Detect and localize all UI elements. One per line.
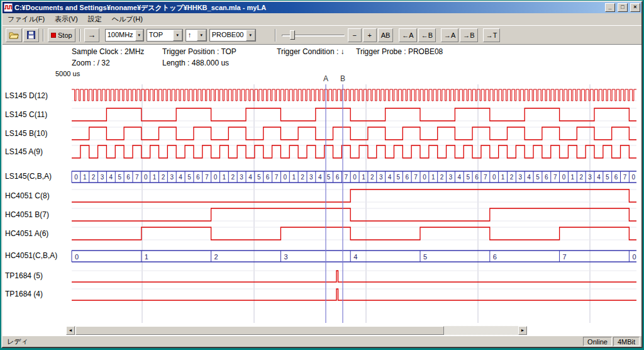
wave-trace [72,227,636,240]
bus-value: 2 [162,174,165,181]
horizontal-scrollbar[interactable]: ◄ ► [66,326,527,335]
wave-trace [72,127,636,140]
scroll-thumb[interactable] [75,326,444,335]
bus-value: 2 [440,174,444,181]
bus-value: 0 [74,174,78,181]
bus-value: 4 [458,174,462,181]
bus-value: 5 [536,174,540,181]
trigger-edge-combo[interactable]: ↑ ▼ [186,29,207,42]
goto-a-left-button[interactable]: ←A [399,28,416,42]
trigger-position-value: TOP [147,30,173,41]
wave-trace [72,271,636,282]
bus-value: 7 [623,174,627,181]
save-button[interactable] [23,28,39,42]
zoom-info: Zoom : / 32 [72,59,110,67]
menu-help[interactable]: ヘルプ(H) [107,13,148,25]
bus-value: 3 [309,174,313,181]
bus-value: 0 [75,253,79,261]
menu-settings[interactable]: 設定 [83,13,107,25]
bus-value: 7 [563,253,567,261]
bus-value: 6 [126,174,130,181]
bus-value: 1 [223,174,226,181]
save-floppy-icon [27,31,35,39]
stop-button[interactable]: Stop [48,28,75,42]
trigger-position-combo[interactable]: TOP ▼ [147,29,183,42]
bus-value: 5 [327,174,331,181]
close-button[interactable]: × [630,3,640,12]
trigger-edge-value: ↑ [186,30,197,41]
sample-clock-value: 100MHz [106,30,135,41]
zoom-out-button[interactable]: − [348,28,362,42]
bus-value: 5 [257,174,261,181]
goto-b-right-button[interactable]: →B [460,28,477,42]
sample-clock-info: Sample Clock : 2MHz [72,47,144,56]
bus-value: 7 [484,174,487,181]
wave-trace [72,208,636,221]
menubar: ファイル(F) 表示(V) 設定 ヘルプ(H) [3,13,641,25]
zoom-slider[interactable] [282,29,345,42]
bus-value: 1 [83,174,87,181]
zoom-slider-handle[interactable] [290,30,295,40]
bus-value: 7 [414,174,418,181]
run-button[interactable]: → [84,28,99,42]
menu-view[interactable]: 表示(V) [50,13,83,25]
bus-value: 5 [187,174,191,181]
bus-value: 6 [493,253,497,261]
bus-value: 3 [284,253,287,261]
status-ready-text: レディ [4,337,31,346]
chevron-down-icon[interactable]: ▼ [135,30,143,41]
bus-value: 5 [423,253,427,261]
zoom-ab-button[interactable]: AB [378,28,394,42]
zoom-in-button[interactable]: + [363,28,377,42]
bus-value: 1 [501,174,505,181]
bus-value: 7 [344,174,348,181]
menu-file[interactable]: ファイル(F) [3,13,50,25]
bus-value: 2 [214,253,218,261]
app-icon [4,3,13,12]
stop-label: Stop [58,31,72,39]
open-button[interactable] [6,28,22,42]
chevron-down-icon[interactable]: ▼ [246,30,255,41]
bus-value: 4 [353,253,357,261]
bus-value: 0 [144,174,148,181]
bus-value: 0 [423,174,426,181]
bus-value: 4 [388,174,392,181]
bus-value: 0 [632,174,636,181]
maximize-button[interactable]: □ [618,3,628,12]
scroll-left-arrow[interactable]: ◄ [66,326,75,335]
bus-value: 2 [92,174,96,181]
chevron-down-icon[interactable]: ▼ [173,30,182,41]
bus-value: 2 [370,174,374,181]
bus-value: 3 [101,174,104,181]
bus-value: 1 [431,174,435,181]
titlebar[interactable]: C:¥Documents and Settings¥noname¥デスクトップ¥… [3,2,641,13]
bus-value: 6 [614,174,618,181]
wave-trace [72,145,636,158]
scroll-right-arrow[interactable]: ► [518,326,527,335]
goto-b-left-button[interactable]: ←B [418,28,436,42]
bus-value: 6 [336,174,340,181]
bus-value: 3 [240,174,243,181]
bus-value: 4 [597,174,601,181]
window-title: C:¥Documents and Settings¥noname¥デスクトップ¥… [14,3,602,13]
goto-a-right-button[interactable]: →A [441,28,458,42]
toolbar-separator [275,29,276,42]
trigger-probe-combo[interactable]: PROBE00 ▼ [209,29,256,42]
bus-value: 3 [588,174,592,181]
bus-value: 7 [135,174,139,181]
bus-value: 7 [205,174,209,181]
chevron-down-icon[interactable]: ▼ [197,30,206,41]
bus-value: 0 [353,174,357,181]
app-window: C:¥Documents and Settings¥noname¥デスクトップ¥… [1,1,643,348]
bus-value: 6 [545,174,548,181]
trigger-probe-value: PROBE00 [210,30,246,41]
minimize-button[interactable]: _ [605,3,615,12]
wave-trace [72,189,636,202]
stop-icon [51,33,56,38]
bus-value: 5 [466,174,470,181]
bus-value: 4 [527,174,531,181]
goto-trigger-button[interactable]: →T [483,28,501,42]
toolbar-separator [43,29,44,42]
sample-clock-combo[interactable]: 100MHz ▼ [105,29,144,42]
bus-value: 5 [118,174,121,181]
